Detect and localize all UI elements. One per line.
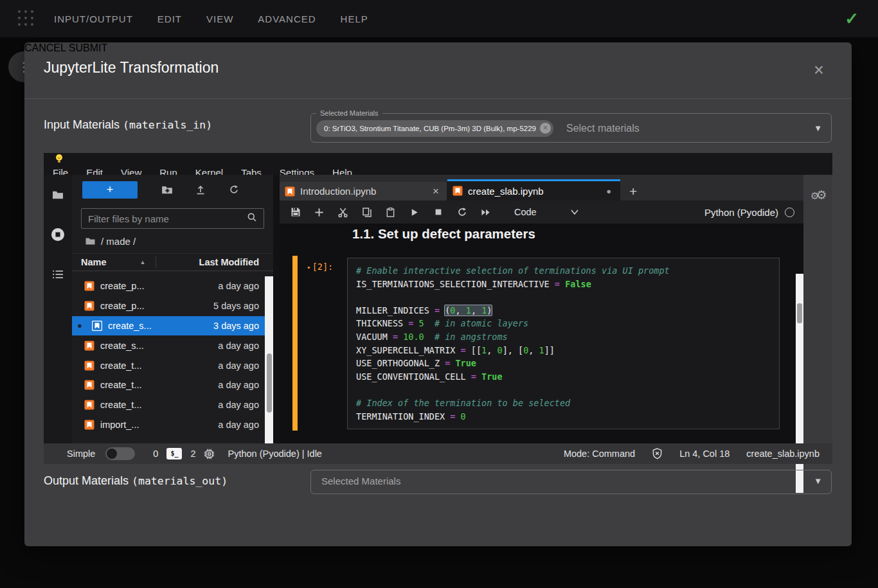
file-name: create_p...: [100, 281, 218, 291]
code-cell-editor[interactable]: # Enable interactive selection of termin…: [347, 258, 780, 429]
run-cell-icon[interactable]: [402, 208, 426, 217]
simple-mode-label: Simple: [67, 449, 95, 459]
notebook-content[interactable]: 1.1. Set up defect parameters •[2]: # En…: [280, 224, 803, 443]
unsaved-dot-icon[interactable]: ●: [597, 186, 620, 196]
kernel-status-text[interactable]: Python (Pyodide) | Idle: [228, 449, 321, 459]
notebook-file-icon: [84, 301, 94, 311]
kernel-chip-icon[interactable]: [204, 449, 215, 459]
new-folder-icon[interactable]: [150, 184, 184, 195]
tab-introduction[interactable]: Introduction.ipynb ×: [280, 182, 447, 200]
chevron-down-icon[interactable]: ▼: [814, 476, 822, 486]
running-kernels-icon[interactable]: [51, 215, 65, 254]
breadcrumb[interactable]: / made /: [72, 229, 273, 253]
code-line: MILLER_INDICES = (0, 1, 1): [356, 304, 771, 317]
code-line: IS_TERMINATIONS_SELECTION_INTERACTIVE = …: [356, 278, 771, 291]
notebook-dock: Introduction.ipynb × create_slab.ipynb ●…: [280, 175, 803, 443]
file-list-item[interactable]: ● create_s... a day ago: [72, 335, 265, 355]
topbar-menu-input-output[interactable]: INPUT/OUTPUT: [54, 13, 133, 24]
input-materials-label: Input Materials (materials_in): [44, 118, 212, 132]
file-name: create_t...: [100, 400, 218, 410]
command-mode-indicator[interactable]: Mode: Command: [564, 449, 635, 459]
code-line: # Index of the termination to be selecte…: [356, 396, 771, 410]
materials-select-placeholder[interactable]: Select materials: [566, 123, 814, 134]
file-name: create_t...: [100, 380, 218, 390]
code-line: TERMINATION_INDEX = 0: [356, 410, 771, 423]
copy-cells-icon[interactable]: [355, 207, 379, 218]
app-logo-icon[interactable]: [18, 10, 35, 27]
kernel-status-icon[interactable]: [785, 208, 794, 217]
save-icon[interactable]: [283, 207, 307, 217]
cursor-position[interactable]: Ln 4, Col 18: [679, 449, 730, 459]
file-modified: a day ago: [218, 420, 265, 430]
kernel-count[interactable]: 2: [190, 449, 195, 459]
simple-mode-toggle[interactable]: [105, 447, 135, 460]
topbar-menu-advanced[interactable]: ADVANCED: [258, 13, 316, 24]
restart-run-all-icon[interactable]: [474, 208, 497, 217]
file-name: import_...: [100, 420, 218, 430]
top-menu: INPUT/OUTPUTEDITVIEWADVANCEDHELP: [54, 13, 368, 24]
jupyter-status-bar: Simple 0 $_ 2 Python (Pyodide) | Idle Mo…: [44, 443, 832, 464]
check-icon[interactable]: ✓: [845, 9, 859, 29]
file-modified: a day ago: [218, 380, 265, 390]
status-filename[interactable]: create_slab.ipynb: [746, 449, 820, 459]
notebook-file-icon: [84, 400, 94, 410]
selected-material-chip[interactable]: 0: SrTiO3, Strontium Titanate, CUB (Pm-3…: [316, 120, 553, 137]
upload-icon[interactable]: [184, 184, 217, 195]
settings-gears-icon[interactable]: ⚙⚙: [811, 189, 827, 201]
search-icon[interactable]: [247, 212, 257, 225]
file-list-item[interactable]: ● create_t... a day ago: [72, 395, 265, 415]
restart-kernel-icon[interactable]: [450, 207, 474, 217]
file-list-item[interactable]: ● create_s... 3 days ago: [72, 316, 265, 336]
file-list-item[interactable]: ● create_p... 5 days ago: [72, 296, 265, 316]
panel-splitter[interactable]: [273, 175, 280, 443]
topbar-menu-edit[interactable]: EDIT: [157, 13, 182, 24]
table-of-contents-icon[interactable]: [51, 254, 64, 294]
file-list-item[interactable]: ● create_t... a day ago: [72, 375, 265, 395]
sort-ascending-icon[interactable]: ▲: [140, 259, 146, 265]
close-icon[interactable]: ×: [809, 60, 829, 80]
file-list-header: Name ▲ Last Modified: [72, 253, 273, 271]
close-tab-icon[interactable]: ×: [425, 185, 447, 198]
add-tab-icon[interactable]: +: [620, 182, 646, 200]
notebook-icon: [452, 186, 463, 196]
file-list-item[interactable]: ● create_t... a day ago: [72, 355, 265, 375]
file-name: create_s...: [108, 321, 213, 331]
cell-execution-prompt: •[2]:: [307, 262, 344, 272]
notebook-file-icon: [84, 380, 94, 390]
paste-cells-icon[interactable]: [379, 207, 402, 218]
file-list-item[interactable]: ● import_... a day ago: [72, 415, 265, 435]
chip-remove-icon[interactable]: ×: [540, 123, 551, 134]
file-list-item[interactable]: ● create_p... a day ago: [72, 276, 265, 296]
chevron-down-icon[interactable]: ▼: [814, 123, 822, 133]
filter-files-input[interactable]: [82, 213, 247, 224]
stop-kernel-icon[interactable]: [426, 208, 450, 217]
cell-type-select[interactable]: Code: [514, 207, 537, 217]
cut-cells-icon[interactable]: [331, 207, 355, 218]
file-name: create_s...: [100, 341, 218, 351]
file-modified: a day ago: [218, 400, 265, 410]
jupyterlite-transformation-dialog: JupyterLite Transformation × Input Mater…: [24, 42, 852, 546]
kernel-name[interactable]: Python (Pyodide): [704, 207, 778, 218]
trust-shield-icon[interactable]: [652, 448, 663, 459]
topbar-menu-help[interactable]: HELP: [341, 13, 368, 24]
section-heading: 1.1. Set up defect parameters: [352, 226, 535, 242]
column-last-modified[interactable]: Last Modified: [156, 257, 273, 267]
dialog-title: JupyterLite Transformation: [44, 59, 219, 76]
input-materials-select[interactable]: Selected Materials 0: SrTiO3, Strontium …: [310, 109, 832, 143]
refresh-icon[interactable]: [217, 184, 251, 195]
topbar-menu-view[interactable]: VIEW: [206, 13, 233, 24]
chevron-down-icon[interactable]: [570, 209, 579, 215]
file-modified: 3 days ago: [213, 321, 265, 331]
output-materials-select[interactable]: Selected Materials ▼: [310, 470, 832, 494]
notebook-file-icon: [84, 281, 94, 291]
column-name[interactable]: Name: [72, 257, 107, 267]
file-browser-icon[interactable]: [51, 175, 64, 215]
add-cell-icon[interactable]: [307, 208, 331, 217]
lightbulb-icon[interactable]: [54, 156, 64, 166]
terminal-icon[interactable]: $_: [166, 448, 182, 459]
input-select-legend: Selected Materials: [316, 109, 382, 117]
file-list-scrollbar[interactable]: [265, 276, 273, 443]
new-launcher-button[interactable]: +: [82, 181, 138, 199]
terminal-count[interactable]: 0: [153, 449, 158, 459]
tab-create-slab[interactable]: create_slab.ipynb ●: [447, 179, 620, 200]
